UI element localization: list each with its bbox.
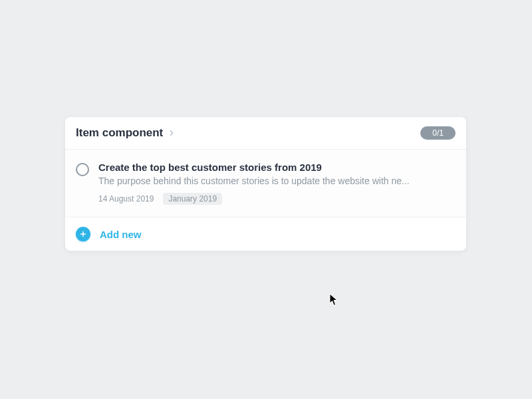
- card-title: Item component: [76, 126, 163, 140]
- item-body: Create the top best customer stories fro…: [98, 162, 456, 205]
- item-list: Create the top best customer stories fro…: [65, 149, 466, 217]
- item-date: 14 August 2019: [98, 194, 154, 203]
- count-badge: 0/1: [420, 126, 456, 140]
- cursor-icon: [329, 293, 338, 307]
- item-meta: 14 August 2019 January 2019: [98, 193, 456, 205]
- chevron-right-icon: [167, 128, 176, 138]
- item-component-card: Item component 0/1 Create the top best c…: [65, 117, 466, 251]
- card-header: Item component 0/1: [65, 117, 466, 149]
- plus-icon: [76, 227, 90, 241]
- checkbox-icon[interactable]: [76, 163, 89, 176]
- item-title: Create the top best customer stories fro…: [98, 162, 456, 173]
- add-new-label: Add new: [100, 229, 142, 240]
- item-description: The purpose behind this customer stories…: [98, 176, 456, 186]
- card-title-wrap[interactable]: Item component: [76, 126, 176, 140]
- add-new-row[interactable]: Add new: [65, 217, 466, 251]
- list-item[interactable]: Create the top best customer stories fro…: [65, 150, 466, 217]
- item-tag: January 2019: [163, 193, 222, 205]
